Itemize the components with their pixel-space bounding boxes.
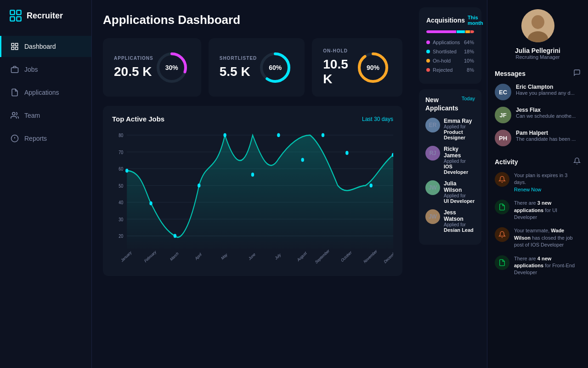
sidebar-item-team[interactable]: Team xyxy=(0,105,91,126)
sidebar-item-dashboard[interactable]: Dashboard xyxy=(0,36,91,57)
svg-text:30: 30 xyxy=(119,216,123,222)
chart-section: Top Active Jobs Last 30 days 80 70 60 50 xyxy=(103,106,402,276)
svg-text:August: August xyxy=(297,250,308,263)
stat-value-shortlisted: 5.5 K xyxy=(220,64,257,79)
stat-value-applications: 20.5 K xyxy=(114,64,153,79)
msg-preview: Can we schedule anothe... xyxy=(516,113,576,119)
svg-point-42 xyxy=(345,151,348,155)
right-mid-panel: Acquisitions This month Applications 64%… xyxy=(413,0,487,368)
avatar: EC xyxy=(495,84,511,100)
list-item: Your plan is expires in 3 days. Renew No… xyxy=(495,172,581,193)
chart-icon xyxy=(11,134,19,143)
svg-text:60: 60 xyxy=(119,166,123,172)
sidebar-item-applications[interactable]: Applications xyxy=(0,82,91,103)
applicant-applied-label: Applied for xyxy=(444,222,475,227)
svg-point-43 xyxy=(369,184,372,188)
applicant-name: Ricky James xyxy=(444,146,475,159)
applicant-role: UI Developer xyxy=(444,198,475,204)
sidebar-label-team: Team xyxy=(24,112,40,119)
list-item[interactable]: PH Pam Halpert The candidate has been ..… xyxy=(495,130,581,146)
compose-icon[interactable] xyxy=(573,69,581,78)
stat-cards: APPLICATIONS 20.5 K 30% SHORTLISTED 5.5 … xyxy=(103,38,402,97)
activity-section: Activity Your plan is expires in 3 days.… xyxy=(495,157,581,283)
svg-text:January: January xyxy=(120,249,132,263)
svg-rect-8 xyxy=(11,68,18,73)
svg-text:50: 50 xyxy=(119,183,123,188)
svg-text:20: 20 xyxy=(119,233,123,239)
activity-icon xyxy=(495,200,509,214)
bell-icon[interactable] xyxy=(573,157,581,167)
sidebar-label-dashboard: Dashboard xyxy=(24,43,56,50)
new-applicants-card: NewApplicants Today ER Emma Ray Applied … xyxy=(419,89,481,245)
list-item: There are 3 new applications for UI Deve… xyxy=(495,200,581,221)
applicant-role: Product Designer xyxy=(444,129,475,140)
svg-text:June: June xyxy=(248,252,256,261)
sidebar: Recruiter Dashboard Jobs xyxy=(0,0,92,368)
avatar: JW xyxy=(425,180,440,195)
svg-point-39 xyxy=(277,133,280,137)
list-item: JW Julia Wilson Applied for UI Developer xyxy=(425,180,475,204)
applicant-applied-label: Applied for xyxy=(444,193,475,198)
msg-name: Eric Clampton xyxy=(516,84,575,90)
svg-point-41 xyxy=(322,133,324,137)
list-item: Your teammate, Wade Wilson has closed th… xyxy=(495,227,581,248)
legend-label-onhold: On-hold xyxy=(433,58,451,63)
avatar: RJ xyxy=(425,146,440,161)
legend-item-shortlisted: Shortlisted 18% xyxy=(426,49,474,54)
svg-rect-6 xyxy=(11,47,14,50)
logo: Recruiter xyxy=(0,9,91,36)
stat-card-shortlisted: SHORTLISTED 5.5 K 60% xyxy=(209,38,305,97)
acq-bar xyxy=(426,30,474,33)
legend-dot-applications xyxy=(426,40,430,44)
svg-rect-7 xyxy=(16,47,18,50)
chart-title: Top Active Jobs xyxy=(112,115,164,123)
svg-text:March: March xyxy=(170,251,180,262)
acquisitions-card: Acquisitions This month Applications 64%… xyxy=(419,7,481,84)
chart-filter[interactable]: Last 30 days xyxy=(362,116,393,122)
sidebar-item-jobs[interactable]: Jobs xyxy=(0,59,91,80)
legend-label-applications: Applications xyxy=(433,40,460,45)
activity-icon xyxy=(495,172,509,187)
list-item[interactable]: EC Eric Clampton Have you planned any d.… xyxy=(495,84,581,100)
list-item: ER Emma Ray Applied for Product Designer xyxy=(425,118,475,140)
svg-rect-3 xyxy=(17,17,21,21)
stat-label-onhold: ON-HOLD xyxy=(323,48,355,53)
stat-value-onhold: 10.5 K xyxy=(323,57,355,86)
svg-point-40 xyxy=(301,158,304,162)
svg-text:September: September xyxy=(315,248,330,264)
circle-progress-shortlisted: 60% xyxy=(257,49,294,86)
briefcase-icon xyxy=(11,65,19,74)
svg-text:February: February xyxy=(144,249,157,264)
applicant-role: Desian Lead xyxy=(444,227,475,233)
acq-bar-rejected xyxy=(470,30,474,33)
applicant-name: Emma Ray xyxy=(444,118,475,124)
list-item: JW Jess Watson Applied for Desian Lead xyxy=(425,209,475,233)
svg-rect-0 xyxy=(10,10,14,14)
avatar: JW xyxy=(425,209,440,224)
renew-link[interactable]: Renew Now xyxy=(514,187,541,192)
svg-text:October: October xyxy=(340,250,352,263)
avatar: PH xyxy=(495,130,511,146)
sidebar-item-reports[interactable]: Reports xyxy=(0,128,91,149)
svg-text:December: December xyxy=(383,248,393,264)
sidebar-label-applications: Applications xyxy=(24,89,59,96)
new-applicants-filter[interactable]: Today xyxy=(462,96,475,101)
profile-role: Recruiting Manager xyxy=(516,54,560,60)
avatar: JF xyxy=(495,107,511,123)
svg-point-9 xyxy=(12,112,15,115)
circle-label-onhold: 90% xyxy=(367,64,379,71)
applicant-name: Julia Wilson xyxy=(444,180,475,193)
legend-pct-onhold: 10% xyxy=(464,58,474,63)
chart-svg: 80 70 60 50 40 30 20 Janu xyxy=(112,130,393,264)
list-item[interactable]: JF Jess Flax Can we schedule anothe... xyxy=(495,107,581,123)
svg-rect-5 xyxy=(16,43,18,46)
legend-label-shortlisted: Shortlisted xyxy=(433,49,457,54)
sidebar-label-jobs: Jobs xyxy=(24,66,38,73)
activity-title: Activity xyxy=(495,158,518,166)
messages-title: Messages xyxy=(495,70,526,77)
list-item: RJ Ricky James Applied for IOS Developer xyxy=(425,146,475,175)
stat-label-shortlisted: SHORTLISTED xyxy=(220,56,257,61)
svg-text:May: May xyxy=(220,252,228,261)
profile-name: Julia Pellegrini xyxy=(515,47,560,54)
far-right-panel: Julia Pellegrini Recruiting Manager Mess… xyxy=(487,0,588,368)
